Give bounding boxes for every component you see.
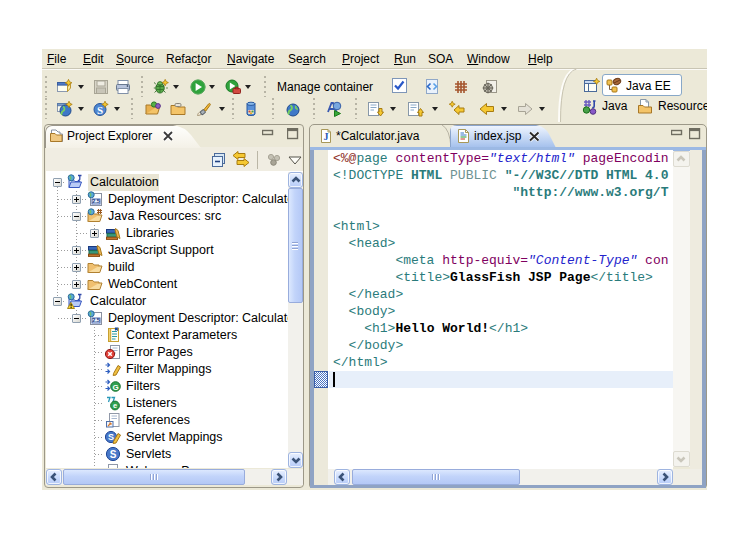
svg-text:2.5: 2.5 bbox=[92, 198, 100, 204]
svg-text:S: S bbox=[97, 104, 103, 116]
svg-text:2.5: 2.5 bbox=[92, 317, 100, 323]
svg-text:e: e bbox=[113, 401, 117, 410]
svg-text:S: S bbox=[108, 432, 114, 442]
svg-text:S: S bbox=[110, 449, 117, 460]
svg-text:G: G bbox=[112, 383, 118, 392]
svg-text:J: J bbox=[324, 131, 329, 142]
